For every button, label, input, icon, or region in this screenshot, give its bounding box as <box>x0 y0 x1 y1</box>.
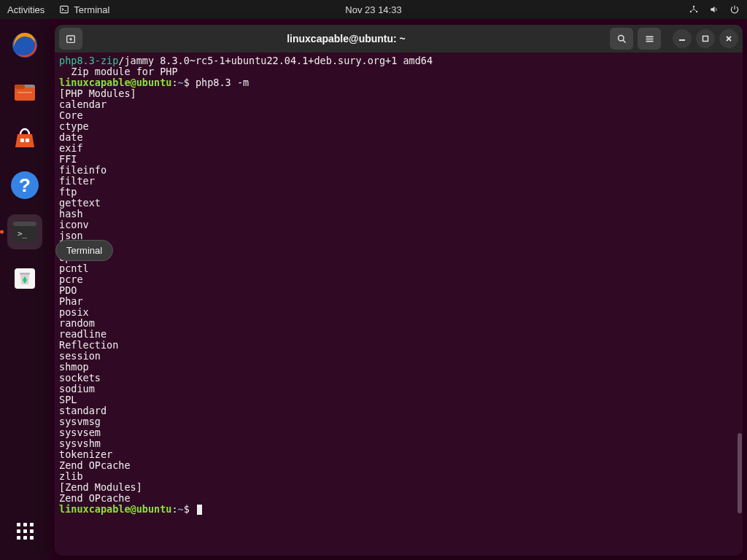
volume-icon[interactable] <box>709 4 719 15</box>
svg-text:>_: >_ <box>18 229 28 238</box>
firefox-icon <box>10 31 39 60</box>
svg-text:?: ? <box>19 174 31 196</box>
new-tab-button[interactable] <box>59 28 82 50</box>
terminal-indicator-icon <box>59 4 69 15</box>
dock-terminal[interactable]: >_ <box>7 214 42 249</box>
search-button[interactable] <box>610 28 633 50</box>
terminal-window: linuxcapable@ubuntu: ~ php8.3-zip/jammy … <box>55 25 743 556</box>
dock-help[interactable]: ? <box>7 168 42 203</box>
dock-tooltip: Terminal <box>55 240 113 261</box>
maximize-icon <box>702 35 709 42</box>
new-tab-icon <box>65 33 77 44</box>
show-applications[interactable] <box>7 513 42 548</box>
network-icon[interactable] <box>689 4 699 15</box>
dock-files[interactable] <box>7 74 42 109</box>
hamburger-icon <box>644 34 655 44</box>
activities-button[interactable]: Activities <box>7 4 44 15</box>
software-icon <box>10 124 39 153</box>
svg-rect-17 <box>20 273 30 275</box>
app-menu-label: Terminal <box>74 4 109 15</box>
minimize-icon <box>678 35 686 42</box>
svg-rect-6 <box>15 88 35 101</box>
svg-rect-7 <box>15 85 25 89</box>
svg-point-19 <box>618 35 624 41</box>
trash-icon <box>10 264 39 293</box>
close-icon <box>725 35 732 42</box>
svg-rect-0 <box>61 6 69 12</box>
terminal-viewport[interactable]: php8.3-zip/jammy 8.3.0~rc5-1+ubuntu22.04… <box>55 52 743 556</box>
minimize-button[interactable] <box>673 29 692 48</box>
svg-rect-8 <box>18 92 32 93</box>
app-menu[interactable]: Terminal <box>59 4 109 15</box>
help-icon: ? <box>9 170 40 201</box>
power-icon[interactable] <box>729 4 740 15</box>
menu-button[interactable] <box>638 28 661 50</box>
clock[interactable]: Nov 23 14:33 <box>345 4 401 15</box>
scrollbar-thumb[interactable] <box>738 433 742 513</box>
dock-trash[interactable] <box>7 261 42 296</box>
terminal-icon: >_ <box>10 217 39 246</box>
svg-point-2 <box>690 11 692 12</box>
gnome-topbar: Activities Terminal Nov 23 14:33 <box>0 0 747 19</box>
svg-point-4 <box>12 33 37 58</box>
svg-point-1 <box>693 6 694 7</box>
dock: ? >_ <box>0 19 50 560</box>
search-icon <box>616 34 627 44</box>
svg-rect-14 <box>13 222 36 226</box>
svg-point-3 <box>696 11 697 12</box>
dock-software[interactable] <box>7 121 42 156</box>
files-icon <box>10 77 39 106</box>
svg-rect-20 <box>703 36 708 42</box>
svg-rect-10 <box>26 139 29 142</box>
maximize-button[interactable] <box>696 29 715 48</box>
dock-firefox[interactable] <box>7 28 42 63</box>
close-button[interactable] <box>719 29 738 48</box>
window-title: linuxcapable@ubuntu: ~ <box>87 33 605 44</box>
svg-rect-9 <box>20 139 24 142</box>
apps-grid-icon <box>17 523 34 540</box>
window-titlebar[interactable]: linuxcapable@ubuntu: ~ <box>55 25 743 52</box>
